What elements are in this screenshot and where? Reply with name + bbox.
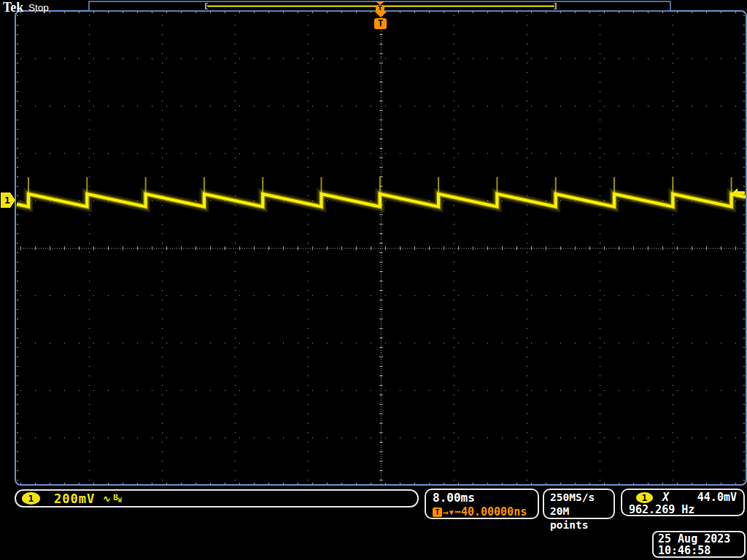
trigger-position-bar-marker[interactable]: T [376, 1, 384, 12]
date-text: 25 Aug 2023 [658, 533, 744, 545]
ac-coupling-icon: ∿ [103, 494, 110, 504]
oscilloscope-screen: Tek Stop T T 1 1 200mV ∿ BW 8.00ms T → ▼… [0, 0, 747, 560]
tek-logo: Tek [3, 0, 23, 15]
channel1-badge: 1 [22, 492, 40, 505]
waveform-overshoot-spikes [28, 177, 732, 194]
trigger-t-icon: T [433, 508, 442, 517]
bw-sub: W [118, 497, 122, 504]
measurement-source-badge: 1 [636, 492, 653, 503]
trigger-t-badge-icon: T [374, 18, 387, 29]
time-text: 10:46:58 [658, 545, 744, 556]
measurement-readout[interactable]: 1 X 44.0mV 962.269 Hz [621, 489, 745, 516]
measurement-row: 1 X 44.0mV [622, 491, 743, 504]
trigger-delay-row: T → ▼ −40.00000ns [433, 505, 538, 518]
sample-rate: 250MS/s [550, 491, 614, 505]
graticule-canvas [0, 0, 747, 560]
measurement-value: 44.0mV [697, 491, 737, 504]
trigger-down-arrow-icon [375, 12, 387, 18]
bw-main: B [113, 493, 118, 502]
grid-dots [17, 12, 745, 484]
record-length: 20M points [550, 505, 614, 532]
bandwidth-limit-icon: BW [113, 493, 121, 504]
acquisition-status: Stop [28, 2, 49, 13]
trigger-delay-value: −40.00000ns [454, 505, 527, 518]
channel1-readout[interactable]: 1 200mV ∿ BW [15, 489, 419, 508]
channel1-scale: 200mV [54, 491, 95, 506]
trigger-position-marker[interactable]: T [374, 12, 387, 29]
datetime-readout: 25 Aug 2023 10:46:58 [652, 531, 746, 558]
measurement-frequency: 962.269 Hz [629, 504, 743, 516]
trigger-slope-icon: ▼ [449, 508, 454, 517]
acquisition-readout[interactable]: 250MS/s 20M points [543, 489, 615, 519]
trigger-t-icon: T [376, 5, 384, 12]
arrow-right-icon: → [443, 508, 449, 517]
timebase-readout[interactable]: 8.00ms T → ▼ −40.00000ns [425, 489, 539, 519]
timebase-scale: 8.00ms [433, 491, 538, 505]
measurement-label: X [662, 491, 669, 504]
